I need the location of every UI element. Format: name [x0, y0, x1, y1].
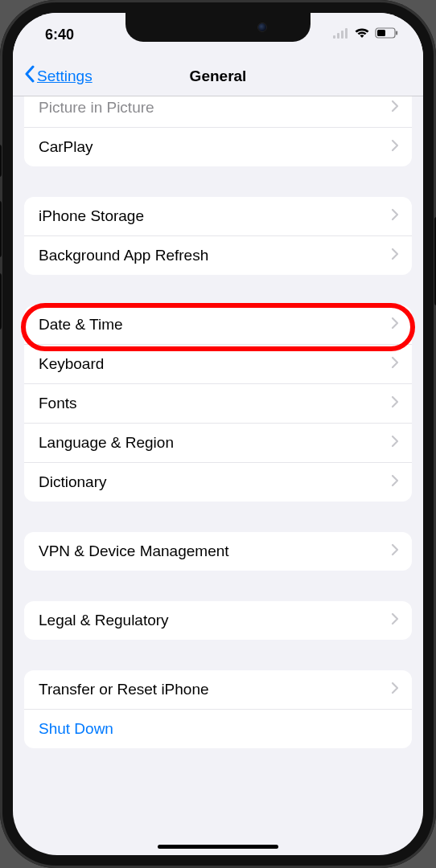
row-language-region[interactable]: Language & Region	[24, 424, 412, 463]
page-title: General	[190, 68, 247, 85]
chevron-right-icon	[391, 316, 399, 334]
row-label: Picture in Picture	[39, 99, 154, 117]
volume-down-button	[0, 273, 2, 330]
row-legal-regulatory[interactable]: Legal & Regulatory	[24, 601, 412, 640]
wifi-icon	[354, 27, 370, 42]
chevron-right-icon	[391, 355, 399, 373]
svg-rect-5	[396, 31, 397, 35]
settings-group: VPN & Device Management	[24, 532, 412, 571]
mute-switch	[0, 145, 2, 177]
row-transfer-reset[interactable]: Transfer or Reset iPhone	[24, 670, 412, 710]
row-label: Background App Refresh	[39, 247, 208, 264]
row-label: Language & Region	[39, 434, 174, 452]
notch	[125, 13, 311, 42]
row-label: Shut Down	[39, 720, 113, 738]
row-dictionary[interactable]: Dictionary	[24, 463, 412, 502]
chevron-right-icon	[391, 681, 399, 698]
row-background-app-refresh[interactable]: Background App Refresh	[24, 236, 412, 275]
navigation-bar: Settings General	[13, 56, 423, 96]
settings-group: Date & TimeKeyboardFontsLanguage & Regio…	[24, 305, 412, 502]
screen: 6:40	[13, 13, 423, 855]
svg-rect-2	[341, 31, 343, 39]
volume-up-button	[0, 201, 2, 257]
row-label: CarPlay	[39, 138, 93, 156]
row-fonts[interactable]: Fonts	[24, 384, 412, 424]
row-label: Legal & Regulatory	[39, 612, 169, 629]
back-label: Settings	[37, 68, 93, 85]
chevron-right-icon	[391, 542, 399, 560]
svg-rect-6	[377, 30, 385, 36]
row-picture-in-picture[interactable]: Picture in Picture	[24, 96, 412, 128]
chevron-right-icon	[391, 138, 399, 156]
chevron-right-icon	[391, 247, 399, 264]
chevron-right-icon	[391, 207, 399, 225]
svg-rect-3	[345, 28, 348, 39]
chevron-left-icon	[24, 65, 35, 87]
row-shut-down[interactable]: Shut Down	[24, 710, 412, 748]
row-label: Keyboard	[39, 355, 104, 373]
row-label: Transfer or Reset iPhone	[39, 681, 209, 698]
chevron-right-icon	[391, 612, 399, 629]
chevron-right-icon	[391, 99, 399, 117]
settings-group: Transfer or Reset iPhoneShut Down	[24, 670, 412, 748]
row-label: Date & Time	[39, 316, 123, 334]
row-keyboard[interactable]: Keyboard	[24, 345, 412, 384]
chevron-right-icon	[391, 473, 399, 491]
settings-group: iPhone StorageBackground App Refresh	[24, 197, 412, 275]
row-vpn-device-management[interactable]: VPN & Device Management	[24, 532, 412, 571]
camera-dot	[258, 23, 266, 31]
row-date-time[interactable]: Date & Time	[24, 305, 412, 345]
row-label: Fonts	[39, 395, 77, 412]
settings-group: Picture in PictureCarPlay	[24, 96, 412, 166]
content-scroll[interactable]: Picture in PictureCarPlayiPhone StorageB…	[13, 96, 423, 855]
row-carplay[interactable]: CarPlay	[24, 128, 412, 166]
row-label: Dictionary	[39, 473, 106, 491]
phone-frame: 6:40	[0, 0, 436, 868]
chevron-right-icon	[391, 395, 399, 412]
row-iphone-storage[interactable]: iPhone Storage	[24, 197, 412, 236]
back-button[interactable]: Settings	[24, 65, 93, 87]
home-indicator[interactable]	[158, 845, 278, 849]
battery-icon	[375, 27, 399, 42]
cellular-icon	[333, 27, 349, 42]
svg-rect-0	[333, 35, 335, 39]
svg-rect-1	[337, 33, 339, 39]
chevron-right-icon	[391, 434, 399, 452]
settings-group: Legal & Regulatory	[24, 601, 412, 640]
row-label: VPN & Device Management	[39, 542, 229, 560]
status-time: 6:40	[45, 27, 74, 43]
row-label: iPhone Storage	[39, 207, 144, 225]
